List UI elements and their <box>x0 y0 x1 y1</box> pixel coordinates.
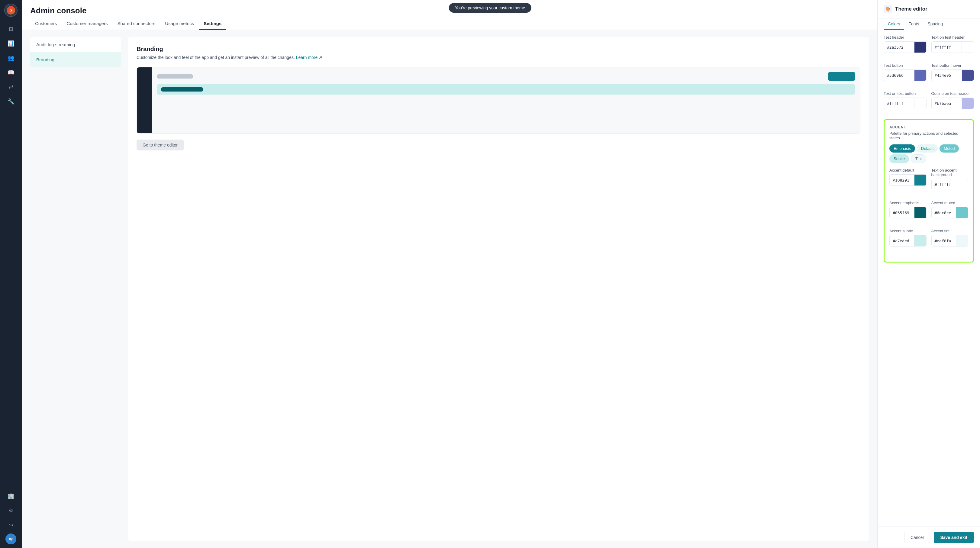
branding-description: Customize the look and feel of the app a… <box>137 55 861 60</box>
accent-subtle-swatch[interactable] <box>914 235 926 247</box>
sidebar-item-logout[interactable]: ↪ <box>5 519 17 531</box>
preview-teal-button <box>828 72 855 81</box>
test-button-hover-input[interactable]: #434e95 <box>931 70 974 81</box>
text-on-accent-bg-value: #ffffff <box>932 182 956 187</box>
accent-default-label: Accent default <box>889 168 926 172</box>
sidebar-logo[interactable]: S <box>4 4 18 17</box>
preview-highlight-row <box>157 84 855 94</box>
text-on-accent-bg-swatch[interactable] <box>956 179 968 190</box>
test-header-swatch[interactable] <box>914 41 926 53</box>
sidebar-item-share[interactable]: ⇄ <box>5 81 17 93</box>
text-on-test-header-input[interactable]: #ffffff <box>931 41 974 53</box>
accent-emphasis-label: Accent emphasis <box>889 201 926 205</box>
accent-pill-muted[interactable]: Muted <box>940 144 959 153</box>
color-row-accent-subtle-tint: Accent subtle #c7eded Accent tint #eef8f… <box>889 229 968 253</box>
accent-title: ACCENT <box>889 125 968 129</box>
color-row-button: Test button #5d69b6 Test button hover #4… <box>884 63 974 87</box>
sidebar-item-users[interactable]: 👥 <box>5 52 17 64</box>
accent-pill-tint[interactable]: Tint <box>911 155 926 163</box>
accent-pills: Emphasis Default Muted Subtle Tint <box>889 144 968 163</box>
accent-default-input[interactable]: #108291 <box>889 174 926 186</box>
sidebar-item-layers[interactable]: ⊞ <box>5 23 17 35</box>
text-on-test-button-label: Text on test button <box>884 91 926 96</box>
accent-tint-value: #eef8fa <box>932 239 956 243</box>
text-on-test-button-swatch[interactable] <box>914 97 926 109</box>
left-panel-item-branding[interactable]: Branding <box>30 52 121 67</box>
accent-subtle-value: #c7eded <box>890 239 914 243</box>
sidebar-item-building[interactable]: 🏢 <box>5 490 17 502</box>
logo-icon: S <box>6 6 15 14</box>
text-on-test-button-input[interactable]: #ffffff <box>884 97 926 109</box>
preview-sidebar <box>137 67 152 133</box>
preview-banner: You're previewing your custom theme <box>449 3 531 13</box>
nav-customers[interactable]: Customers <box>30 18 62 30</box>
accent-pill-subtle[interactable]: Subtle <box>889 155 909 163</box>
accent-tint-field: Accent tint #eef8fa <box>931 229 969 247</box>
accent-emphasis-input[interactable]: #065f69 <box>889 207 926 218</box>
accent-tint-swatch[interactable] <box>956 235 968 247</box>
text-on-accent-bg-input[interactable]: #ffffff <box>931 179 969 190</box>
accent-default-swatch[interactable] <box>914 174 926 186</box>
tab-colors[interactable]: Colors <box>884 18 904 30</box>
test-button-hover-value: #434e95 <box>932 73 962 78</box>
nav-settings[interactable]: Settings <box>199 18 226 30</box>
accent-muted-input[interactable]: #6dc8ce <box>931 207 969 218</box>
accent-section: ACCENT Palette for primary actions and s… <box>884 119 974 263</box>
test-header-label: Test header <box>884 35 926 40</box>
text-on-test-button-field: Text on test button #ffffff <box>884 91 926 109</box>
outline-on-test-header-swatch[interactable] <box>962 97 974 109</box>
accent-muted-swatch[interactable] <box>956 207 968 218</box>
text-on-test-button-value: #ffffff <box>884 101 914 106</box>
test-button-hover-swatch[interactable] <box>962 70 974 81</box>
test-header-input[interactable]: #2a3572 <box>884 41 926 53</box>
nav-customer-managers[interactable]: Customer managers <box>62 18 113 30</box>
accent-subtle-label: Accent subtle <box>889 229 926 233</box>
text-on-accent-bg-field: Text on accent background #ffffff <box>931 168 969 190</box>
branding-title: Branding <box>137 46 861 53</box>
sidebar-item-settings[interactable]: ⚙ <box>5 505 17 516</box>
theme-tabs: Colors Fonts Spacing <box>878 18 980 30</box>
learn-more-link[interactable]: Learn more <box>296 55 318 60</box>
theme-preview <box>137 67 861 134</box>
preview-main <box>152 67 860 133</box>
sidebar-item-book[interactable]: 📖 <box>5 67 17 78</box>
cancel-button[interactable]: Cancel <box>904 532 930 543</box>
accent-subtle-field: Accent subtle #c7eded <box>889 229 926 247</box>
accent-pill-emphasis[interactable]: Emphasis <box>889 144 915 153</box>
left-panel: Audit log streaming Branding <box>30 37 121 541</box>
accent-emphasis-swatch[interactable] <box>914 207 926 218</box>
test-button-input[interactable]: #5d69b6 <box>884 70 926 81</box>
theme-editor-panel: 🎨 Theme editor Colors Fonts Spacing Test… <box>877 0 980 548</box>
outline-on-test-header-field: Outline on test header #b7baea <box>931 91 974 109</box>
color-row-accent-emphasis-muted: Accent emphasis #065f69 Accent muted #6d… <box>889 201 968 225</box>
accent-emphasis-value: #065f69 <box>890 210 914 215</box>
tab-fonts[interactable]: Fonts <box>904 18 923 30</box>
accent-pill-default[interactable]: Default <box>917 144 938 153</box>
main-area: Admin console Customers Customer manager… <box>22 0 877 548</box>
text-on-test-header-field: Text on test header #ffffff <box>931 35 974 53</box>
accent-tint-input[interactable]: #eef8fa <box>931 235 969 247</box>
sidebar: S ⊞ 📊 👥 📖 ⇄ 🔧 🏢 ⚙ ↪ W <box>0 0 22 548</box>
test-header-field: Test header #2a3572 <box>884 35 926 53</box>
left-panel-item-audit[interactable]: Audit log streaming <box>30 37 121 52</box>
preview-top-row <box>157 72 855 81</box>
color-row-text-outline: Text on test button #ffffff Outline on t… <box>884 91 974 115</box>
save-and-exit-button[interactable]: Save and exit <box>934 532 974 543</box>
theme-editor-header: 🎨 Theme editor <box>878 0 980 18</box>
text-on-test-header-swatch[interactable] <box>962 41 974 53</box>
top-nav: Customers Customer managers Shared conne… <box>30 18 869 30</box>
test-button-swatch[interactable] <box>914 70 926 81</box>
accent-default-value: #108291 <box>890 178 914 182</box>
color-row-header: Test header #2a3572 Text on test header … <box>884 35 974 59</box>
nav-shared-connectors[interactable]: Shared connectors <box>112 18 160 30</box>
accent-subtle-input[interactable]: #c7eded <box>889 235 926 247</box>
theme-editor-title: Theme editor <box>895 6 928 12</box>
outline-on-test-header-input[interactable]: #b7baea <box>931 97 974 109</box>
tab-spacing[interactable]: Spacing <box>923 18 947 30</box>
nav-usage-metrics[interactable]: Usage metrics <box>160 18 199 30</box>
sidebar-item-tool[interactable]: 🔧 <box>5 96 17 108</box>
go-to-theme-editor-button[interactable]: Go to theme editor <box>137 140 184 150</box>
theme-editor-body: Test header #2a3572 Text on test header … <box>878 30 980 527</box>
avatar: W <box>5 534 16 544</box>
sidebar-item-chart[interactable]: 📊 <box>5 37 17 49</box>
